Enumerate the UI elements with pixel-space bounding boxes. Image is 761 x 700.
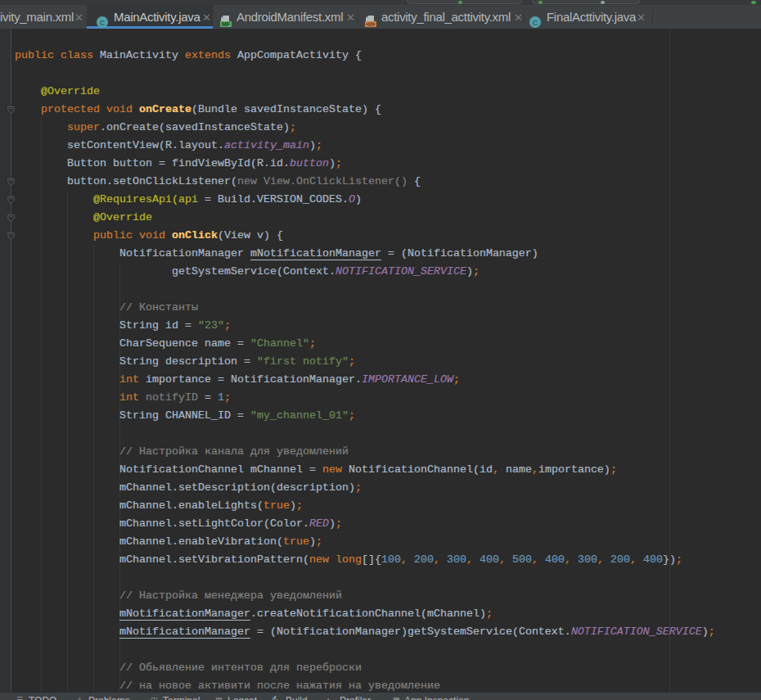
svg-text:</>: </> [367,21,375,27]
svg-text:MF: MF [222,21,231,27]
svg-text:C: C [100,19,106,27]
svg-text:C: C [533,19,538,27]
